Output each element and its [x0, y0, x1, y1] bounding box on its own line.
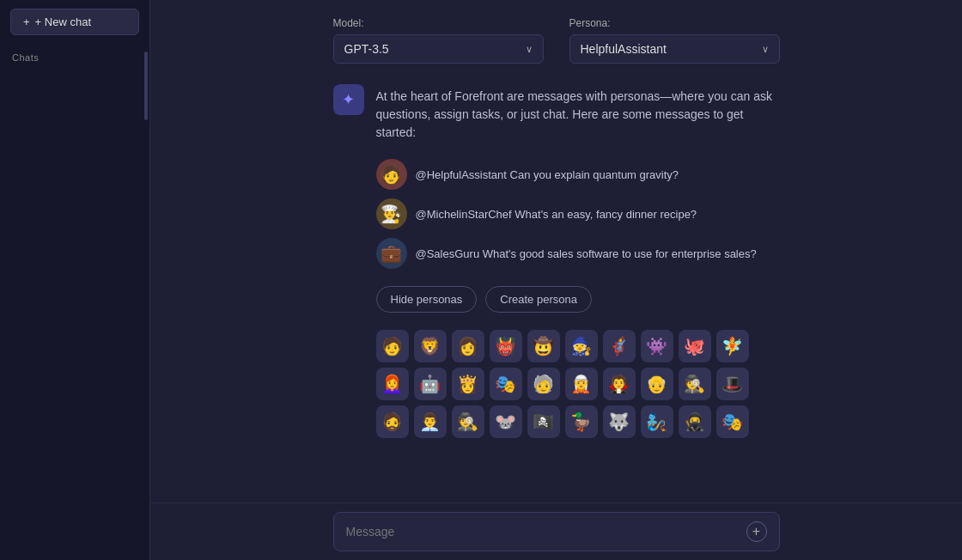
- model-chevron-icon: ∨: [526, 44, 533, 55]
- persona-selector-group: Persona: HelpfulAssistant ∨: [569, 17, 780, 64]
- persona-thumb-14[interactable]: 🧓: [527, 368, 560, 400]
- persona-thumb-17[interactable]: 👴: [641, 368, 673, 400]
- persona-label: Persona:: [569, 17, 780, 29]
- persona-thumb-18[interactable]: 🕵️: [679, 368, 711, 400]
- persona-thumb-21[interactable]: 👨‍💼: [414, 405, 447, 438]
- persona-thumb-26[interactable]: 🐺: [603, 405, 636, 438]
- persona-thumb-11[interactable]: 🤖: [414, 368, 447, 400]
- persona-thumb-4[interactable]: 🤠: [527, 330, 560, 362]
- bot-symbol: ✦: [342, 90, 355, 109]
- welcome-text: At the heart of Forefront are messages w…: [376, 84, 780, 142]
- persona-chevron-icon: ∨: [762, 44, 769, 55]
- persona-thumb-12[interactable]: 👸: [452, 368, 484, 400]
- hide-personas-button[interactable]: Hide personas: [376, 286, 478, 313]
- persona-thumb-29[interactable]: 🎭: [716, 405, 749, 438]
- persona-thumb-25[interactable]: 🦆: [565, 405, 598, 438]
- persona-thumb-6[interactable]: 🦸: [603, 330, 636, 362]
- model-dropdown[interactable]: GPT-3.5 ∨: [333, 34, 544, 64]
- selectors-row: Model: GPT-3.5 ∨ Persona: HelpfulAssista…: [333, 17, 780, 64]
- persona-row-2: 👩‍🦰 🤖 👸 🎭 🧓 🧝 🧛 👴 🕵️ 🎩: [376, 368, 780, 400]
- model-selector-group: Model: GPT-3.5 ∨: [333, 17, 544, 64]
- action-buttons-row: Hide personas Create persona: [376, 286, 780, 313]
- suggestion-item-2[interactable]: 💼 @SalesGuru What's good sales software …: [376, 238, 780, 269]
- bot-icon: ✦: [333, 84, 364, 115]
- persona-thumb-2[interactable]: 👩: [452, 330, 484, 362]
- model-label: Model:: [333, 17, 544, 29]
- suggestion-text-0: @HelpfulAssistant Can you explain quantu…: [416, 168, 679, 181]
- suggestion-avatar-0: 🧑: [376, 159, 407, 190]
- chats-section-label: Chats: [0, 44, 149, 68]
- new-chat-label: + New chat: [35, 15, 91, 28]
- persona-value: HelpfulAssistant: [581, 42, 667, 56]
- main-panel: Model: GPT-3.5 ∨ Persona: HelpfulAssista…: [150, 0, 962, 560]
- persona-thumb-16[interactable]: 🧛: [603, 368, 636, 400]
- suggestion-avatar-1: 👨‍🍳: [376, 198, 407, 229]
- new-chat-button[interactable]: + + New chat: [10, 9, 139, 35]
- persona-thumb-0[interactable]: 🧑: [376, 330, 409, 362]
- message-input-wrap: +: [333, 512, 780, 551]
- persona-row-3: 🧔 👨‍💼 🕵️ 🐭 🏴‍☠️ 🦆 🐺 🧞 🥷 🎭: [376, 405, 780, 438]
- welcome-block: ✦ At the heart of Forefront are messages…: [333, 84, 780, 142]
- message-input[interactable]: [346, 525, 746, 539]
- persona-grid: 🧑 🦁 👩 👹 🤠 🧙 🦸 👾 🐙 🧚 👩‍🦰 🤖 👸 🎭 🧓 🧝 🧛: [376, 330, 780, 438]
- persona-thumb-20[interactable]: 🧔: [376, 405, 409, 438]
- suggestion-avatar-2: 💼: [376, 238, 407, 269]
- suggestion-item-0[interactable]: 🧑 @HelpfulAssistant Can you explain quan…: [376, 159, 780, 190]
- model-value: GPT-3.5: [344, 42, 389, 56]
- sidebar: + + New chat Chats: [0, 0, 150, 560]
- suggestion-text-2: @SalesGuru What's good sales software to…: [416, 247, 757, 260]
- persona-thumb-24[interactable]: 🏴‍☠️: [527, 405, 560, 438]
- suggestions-list: 🧑 @HelpfulAssistant Can you explain quan…: [376, 159, 780, 269]
- persona-thumb-5[interactable]: 🧙: [565, 330, 598, 362]
- persona-thumb-9[interactable]: 🧚: [716, 330, 749, 362]
- persona-thumb-28[interactable]: 🥷: [679, 405, 711, 438]
- message-add-button[interactable]: +: [746, 521, 767, 542]
- persona-thumb-3[interactable]: 👹: [490, 330, 522, 362]
- create-persona-button[interactable]: Create persona: [485, 286, 592, 313]
- suggestion-item-1[interactable]: 👨‍🍳 @MichelinStarChef What's an easy, fa…: [376, 198, 780, 229]
- persona-thumb-7[interactable]: 👾: [641, 330, 673, 362]
- chat-area: Model: GPT-3.5 ∨ Persona: HelpfulAssista…: [150, 0, 962, 502]
- persona-thumb-22[interactable]: 🕵️: [452, 405, 484, 438]
- persona-thumb-8[interactable]: 🐙: [679, 330, 711, 362]
- suggestion-text-1: @MichelinStarChef What's an easy, fancy …: [416, 208, 697, 221]
- persona-thumb-23[interactable]: 🐭: [490, 405, 522, 438]
- persona-dropdown[interactable]: HelpfulAssistant ∨: [569, 34, 780, 64]
- plus-icon: +: [23, 15, 30, 28]
- persona-thumb-15[interactable]: 🧝: [565, 368, 598, 400]
- persona-thumb-27[interactable]: 🧞: [641, 405, 673, 438]
- persona-thumb-10[interactable]: 👩‍🦰: [376, 368, 409, 400]
- persona-thumb-1[interactable]: 🦁: [414, 330, 447, 362]
- add-icon: +: [752, 525, 760, 539]
- persona-thumb-19[interactable]: 🎩: [716, 368, 749, 400]
- message-bar: +: [150, 502, 962, 560]
- scrollbar-track[interactable]: [144, 52, 148, 120]
- persona-thumb-13[interactable]: 🎭: [490, 368, 522, 400]
- persona-row-1: 🧑 🦁 👩 👹 🤠 🧙 🦸 👾 🐙 🧚: [376, 330, 780, 362]
